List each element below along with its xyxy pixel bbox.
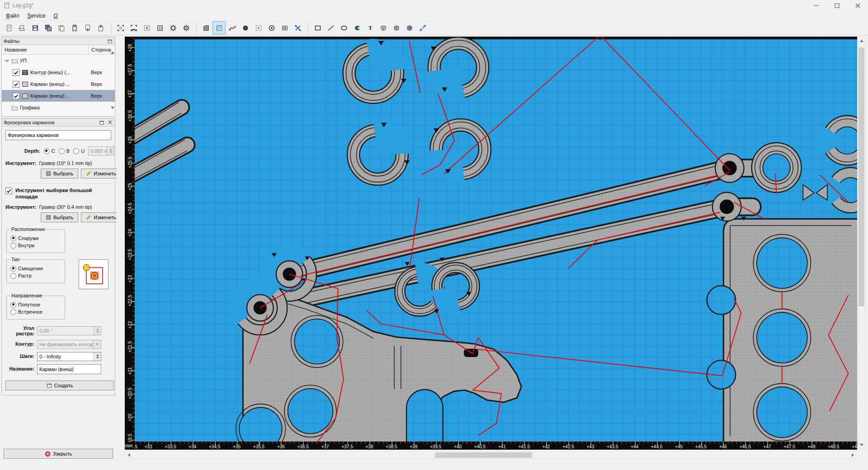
ruler-label: +20 xyxy=(127,413,132,422)
drill-icon xyxy=(242,24,249,32)
spline-tool-button[interactable] xyxy=(226,21,239,34)
draw-line-button[interactable] xyxy=(324,21,337,34)
steps-spin[interactable]: 0 - Infinity xyxy=(37,352,101,361)
view-cube-2-button[interactable] xyxy=(390,21,403,34)
vertical-scroll-thumb[interactable] xyxy=(859,47,864,306)
layer-checkbox[interactable] xyxy=(13,93,19,99)
type-offset-radio[interactable]: Смещение xyxy=(10,266,61,272)
scroll-left-button[interactable] xyxy=(125,451,133,459)
location-inside-radio[interactable]: Внутри xyxy=(10,243,61,249)
new-file-button[interactable] xyxy=(2,21,15,34)
tree-scroll-up[interactable] xyxy=(111,46,114,52)
dash-rect-icon xyxy=(255,24,262,32)
operation-name-input[interactable] xyxy=(5,130,111,140)
edit-tool2-button[interactable]: Изменить xyxy=(81,212,121,222)
draw-rect-button[interactable] xyxy=(311,21,324,34)
mill-frame-bottom-button[interactable] xyxy=(127,21,140,34)
page-open-icon xyxy=(19,24,26,32)
create-button[interactable]: Создать xyxy=(5,381,114,390)
process-gear-button[interactable] xyxy=(166,21,179,34)
large-area-checkbox[interactable] xyxy=(5,188,12,194)
expander-icon[interactable] xyxy=(5,58,9,63)
tree-row[interactable]: УП xyxy=(2,55,115,66)
layer-checkbox[interactable] xyxy=(13,69,19,76)
depth-radio-u[interactable]: U xyxy=(73,148,85,154)
files-float-button[interactable] xyxy=(107,38,113,44)
measure-button[interactable] xyxy=(416,21,429,34)
process-gear-alt-button[interactable] xyxy=(179,21,193,34)
files-panel-title: Файлы xyxy=(4,38,19,44)
close-panel-button[interactable]: Закрыть xyxy=(4,449,113,459)
spin-arrows[interactable] xyxy=(94,352,101,361)
run-job-button[interactable] xyxy=(265,21,278,34)
maximize-button[interactable] xyxy=(826,0,847,11)
mill-frame-grid-button[interactable] xyxy=(153,21,166,34)
layer-checkbox[interactable] xyxy=(13,81,19,88)
tool-cross-button[interactable] xyxy=(291,21,304,34)
column-name[interactable]: Название xyxy=(2,47,27,52)
ruler-label: +36 xyxy=(277,444,285,449)
menu-item-service[interactable]: Service xyxy=(24,12,50,20)
save-file-button[interactable] xyxy=(28,21,42,34)
depth-spin[interactable]: 0,050 mm xyxy=(88,146,114,155)
tree-row[interactable]: Карман (внеш) ...Верх xyxy=(2,78,115,90)
view-cube-3-button[interactable] xyxy=(403,21,416,34)
result-name-input[interactable] xyxy=(37,364,101,374)
contour-mill-button[interactable] xyxy=(199,21,212,34)
draw-text-button[interactable]: T xyxy=(363,21,377,34)
pcb-canvas[interactable] xyxy=(135,37,857,442)
mill-frame-dashed-button[interactable] xyxy=(140,21,153,34)
paste-button[interactable] xyxy=(68,21,81,34)
pocket-float-button[interactable] xyxy=(99,119,105,125)
close-window-button[interactable] xyxy=(847,0,868,11)
draw-ellipse-button[interactable] xyxy=(337,21,350,34)
vertical-scrollbar[interactable] xyxy=(857,37,866,449)
tree-item-side: Верх xyxy=(91,93,102,99)
contour-combo[interactable]: Не фрезеровать контур xyxy=(37,340,101,349)
tool2-value: Гравер (30° 0.4 mm tip) xyxy=(39,204,92,210)
column-side[interactable]: Сторона xyxy=(89,45,111,54)
select-tool1-button[interactable]: Выбрать xyxy=(41,169,78,179)
tree-row[interactable]: Карман (внеш) ...Верх xyxy=(2,90,115,102)
pocket-close-button[interactable] xyxy=(107,119,113,125)
tree-row[interactable]: Графика xyxy=(2,102,115,113)
view-cube-1-button[interactable] xyxy=(377,21,390,34)
type-group: Тип Смещение Растр xyxy=(6,259,65,283)
mill-frame-button[interactable] xyxy=(114,21,127,34)
open-file-button[interactable] xyxy=(15,21,28,34)
horizontal-scroll-thumb[interactable] xyxy=(435,452,532,458)
tree-item-label: Графика xyxy=(20,105,40,110)
folder-icon xyxy=(11,104,18,111)
menu-item-файл[interactable]: Файл xyxy=(2,12,24,20)
direction-climb-radio[interactable]: Попутное xyxy=(10,302,61,308)
save-all-button[interactable] xyxy=(42,21,55,34)
spin-arrows[interactable] xyxy=(94,327,101,335)
table-view-button[interactable] xyxy=(278,21,291,34)
draw-pie-button[interactable] xyxy=(350,21,363,34)
import-button[interactable] xyxy=(81,21,94,34)
type-raster-radio[interactable]: Растр xyxy=(10,273,61,279)
scroll-down-button[interactable] xyxy=(858,441,865,449)
export-button[interactable] xyxy=(94,21,107,34)
select-tool2-button[interactable]: Выбрать xyxy=(41,212,78,222)
tree-row[interactable]: Контур (внеш) (...Верх xyxy=(2,66,115,78)
direction-conventional-radio[interactable]: Встречное xyxy=(10,309,61,315)
minimize-button[interactable] xyxy=(806,0,826,11)
location-outside-radio[interactable]: Снаружи xyxy=(10,235,61,241)
raster-angle-spin[interactable]: 0,00 ° xyxy=(37,326,101,335)
ruler-label: +28 xyxy=(127,43,132,52)
tree-scroll-down[interactable] xyxy=(111,109,114,115)
scroll-right-button[interactable] xyxy=(849,451,857,459)
depth-radio-b[interactable]: B xyxy=(59,148,70,154)
spin-arrows[interactable] xyxy=(107,147,114,155)
scroll-up-button[interactable] xyxy=(858,37,865,45)
select-region-button[interactable] xyxy=(252,21,265,34)
menu-item-о[interactable]: О xyxy=(50,12,62,20)
toolbar-separator xyxy=(193,23,197,33)
depth-radio-c[interactable]: C xyxy=(44,148,55,154)
pocket-mill-button[interactable] xyxy=(212,21,226,34)
edit-tool1-button[interactable]: Изменить xyxy=(81,169,121,179)
drill-tool-button[interactable] xyxy=(239,21,252,34)
copy-button[interactable] xyxy=(55,21,68,34)
horizontal-scrollbar[interactable] xyxy=(125,451,857,459)
